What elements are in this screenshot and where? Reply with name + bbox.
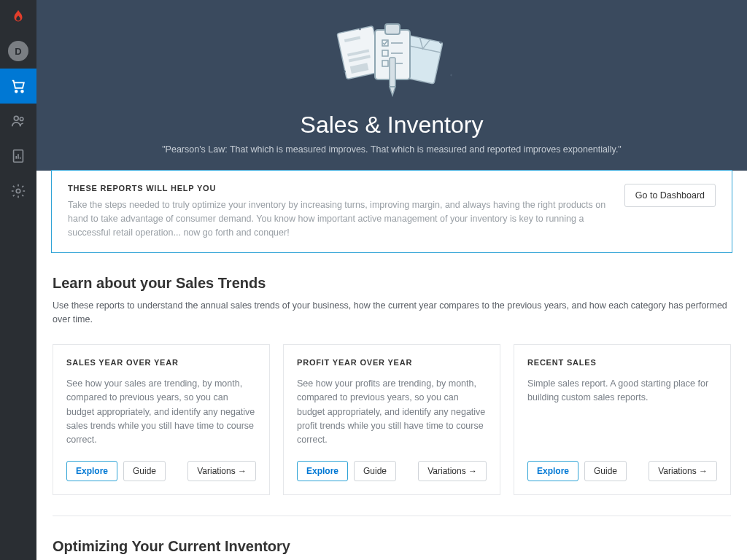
- sidebar-item-reports[interactable]: [0, 139, 36, 174]
- sidebar-avatar[interactable]: D: [0, 34, 36, 69]
- page-title: Sales & Inventory: [51, 112, 732, 139]
- explore-button[interactable]: Explore: [527, 461, 578, 481]
- guide-button[interactable]: Guide: [584, 461, 627, 481]
- card-recent-sales: RECENT SALES Simple sales report. A good…: [514, 344, 731, 495]
- section-title: Learn about your Sales Trends: [53, 275, 731, 292]
- card-description: See how your sales are trending, by mont…: [66, 377, 256, 448]
- card-profit-yoy: PROFIT YEAR OVER YEAR See how your profi…: [283, 344, 500, 495]
- svg-point-2: [14, 116, 18, 120]
- avatar-initial: D: [8, 41, 28, 61]
- card-sales-yoy: SALES YEAR OVER YEAR See how your sales …: [53, 344, 270, 495]
- explore-button[interactable]: Explore: [66, 461, 117, 481]
- svg-point-0: [15, 90, 18, 93]
- hero-illustration: [51, 20, 732, 104]
- section-title: Optimizing Your Current Inventory: [53, 538, 731, 555]
- svg-point-3: [20, 117, 23, 121]
- sidebar-item-customers[interactable]: [0, 104, 36, 139]
- guide-button[interactable]: Guide: [354, 461, 396, 481]
- explore-button[interactable]: Explore: [297, 461, 348, 481]
- go-to-dashboard-button[interactable]: Go to Dashboard: [624, 184, 716, 207]
- cart-icon: [10, 78, 26, 94]
- report-icon: [10, 148, 26, 164]
- card-actions: Explore Guide Variations →: [66, 461, 256, 481]
- flame-icon: [10, 9, 26, 25]
- hero: Sales & Inventory "Pearson's Law: That w…: [36, 0, 747, 171]
- help-description: Take the steps needed to truly optimize …: [68, 198, 610, 239]
- sidebar-item-settings[interactable]: [0, 174, 36, 209]
- section-description: Use these reports to understand the annu…: [53, 299, 731, 327]
- help-box: THESE REPORTS WILL HELP YOU Take the ste…: [51, 170, 732, 253]
- sidebar: D: [0, 0, 36, 560]
- card-description: Simple sales report. A good starting pla…: [527, 377, 717, 448]
- variations-button[interactable]: Variations →: [418, 461, 487, 481]
- clipboard-illustration-icon: [308, 20, 476, 104]
- section-optimize-inventory: Optimizing Your Current Inventory Take c…: [51, 516, 732, 560]
- gear-icon: [10, 183, 26, 199]
- section-sales-trends: Learn about your Sales Trends Use these …: [51, 253, 732, 516]
- variations-button[interactable]: Variations →: [649, 461, 717, 481]
- svg-rect-20: [390, 58, 395, 87]
- svg-point-5: [16, 189, 20, 193]
- people-icon: [10, 113, 26, 129]
- card-title: SALES YEAR OVER YEAR: [66, 358, 256, 367]
- svg-rect-13: [385, 24, 400, 34]
- card-title: PROFIT YEAR OVER YEAR: [297, 358, 487, 367]
- hero-quote: "Pearson's Law: That which is measured i…: [51, 144, 732, 171]
- card-actions: Explore Guide Variations →: [297, 461, 487, 481]
- guide-button[interactable]: Guide: [123, 461, 166, 481]
- card-title: RECENT SALES: [527, 358, 717, 367]
- content-area: THESE REPORTS WILL HELP YOU Take the ste…: [36, 170, 747, 560]
- main-content: Sales & Inventory "Pearson's Law: That w…: [36, 0, 747, 560]
- svg-point-1: [21, 90, 23, 93]
- help-title: THESE REPORTS WILL HELP YOU: [68, 184, 610, 192]
- help-text: THESE REPORTS WILL HELP YOU Take the ste…: [68, 184, 610, 239]
- variations-button[interactable]: Variations →: [187, 461, 256, 481]
- card-actions: Explore Guide Variations →: [527, 461, 717, 481]
- report-cards: SALES YEAR OVER YEAR See how your sales …: [53, 344, 731, 495]
- sidebar-item-sales[interactable]: [0, 69, 36, 104]
- sidebar-logo[interactable]: [0, 0, 36, 34]
- card-description: See how your profits are trending, by mo…: [297, 377, 487, 448]
